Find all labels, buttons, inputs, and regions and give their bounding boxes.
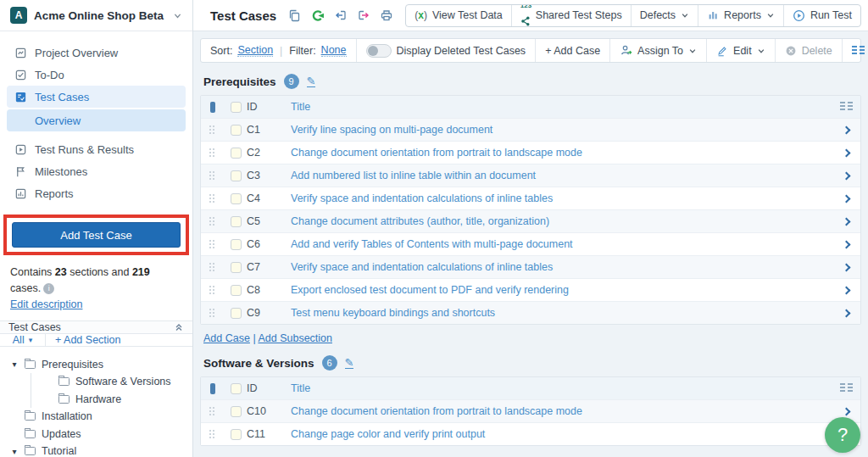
case-title-link[interactable]: Test menu keyboard bindings and shortcut… [291, 307, 832, 319]
collapse-icon[interactable] [174, 322, 184, 332]
defects-button[interactable]: Defects [631, 5, 698, 26]
row-checkbox[interactable] [231, 406, 242, 417]
drag-handle-icon[interactable] [209, 429, 216, 439]
table-row[interactable]: C4Verify space and indentation calculati… [201, 187, 860, 209]
tree-node[interactable]: Software & Versions [31, 373, 192, 391]
table-row[interactable]: C1Verify line spacing on multi-page docu… [201, 118, 860, 141]
drag-handle-icon[interactable] [209, 170, 216, 181]
project-switcher[interactable]: A Acme Online Shop Beta [0, 0, 192, 31]
table-row[interactable]: C5Change document attributes (author, ti… [201, 209, 860, 232]
chevron-right-icon[interactable] [842, 263, 850, 271]
chevron-right-icon[interactable] [842, 309, 850, 317]
table-row[interactable]: C11Change page color and verify print ou… [201, 422, 860, 445]
row-checkbox[interactable] [231, 170, 242, 181]
info-icon[interactable]: i [43, 283, 54, 294]
case-title-link[interactable]: Verify space and indentation calculation… [291, 261, 832, 273]
edit-section-icon[interactable]: ✎ [345, 357, 354, 370]
delete-button[interactable]: Delete [775, 39, 842, 62]
select-all-checkbox[interactable] [231, 383, 242, 394]
row-checkbox[interactable] [231, 193, 242, 204]
edit-section-icon[interactable]: ✎ [307, 75, 316, 88]
case-title-link[interactable]: Change document orientation from portrai… [291, 405, 832, 417]
sidebar-item-overview[interactable]: Overview [7, 109, 186, 131]
shared-test-steps-button[interactable]: 123Shared Test Steps [511, 5, 631, 26]
sidebar-item-to-do[interactable]: To-Do [7, 64, 186, 86]
chevron-right-icon[interactable] [842, 148, 850, 157]
row-checkbox[interactable] [231, 148, 242, 159]
import-refresh-icon[interactable] [310, 8, 325, 23]
tree-node[interactable]: Installation [10, 408, 192, 426]
drag-handle-icon[interactable] [209, 148, 216, 158]
drag-handle-icon[interactable] [209, 406, 216, 416]
case-title-link[interactable]: Verify line spacing on multi-page docume… [291, 124, 832, 136]
export-icon[interactable] [357, 8, 370, 22]
print-icon[interactable] [380, 8, 393, 22]
sidebar-item-milestones[interactable]: Milestones [7, 160, 186, 182]
table-row[interactable]: C2Change document orientation from portr… [201, 141, 860, 164]
row-checkbox[interactable] [231, 308, 242, 319]
case-title-link[interactable]: Export enclosed test document to PDF and… [291, 284, 832, 296]
row-checkbox[interactable] [231, 285, 242, 296]
chevron-right-icon[interactable] [842, 125, 850, 134]
drag-handle-icon[interactable] [209, 285, 216, 295]
add-subsection-link[interactable]: Add Subsection [258, 332, 332, 344]
drag-handle-icon[interactable] [209, 262, 216, 272]
drag-handle-icon[interactable] [209, 125, 216, 135]
table-row[interactable]: C7Verify space and indentation calculati… [201, 255, 860, 278]
reports-button[interactable]: Reports [698, 5, 783, 26]
tree-filter-all[interactable]: All ▾ [0, 334, 46, 346]
row-checkbox[interactable] [231, 262, 242, 273]
table-row[interactable]: C3Add numbered list to inline table with… [201, 164, 860, 187]
case-title-link[interactable]: Change page color and verify print outpu… [291, 428, 832, 440]
chevron-right-icon[interactable] [842, 286, 850, 294]
drag-handle-icon[interactable] [209, 239, 216, 249]
sidebar-item-project-overview[interactable]: Project Overview [7, 42, 186, 64]
caret-down-icon[interactable]: ▾ [10, 447, 19, 456]
add-case-link[interactable]: Add Case [203, 332, 250, 344]
sort-value-link[interactable]: Section [237, 44, 273, 57]
chevron-right-icon[interactable] [842, 217, 850, 226]
case-title-link[interactable]: Change document orientation from portrai… [291, 147, 832, 159]
chevron-right-icon[interactable] [842, 171, 850, 180]
table-row[interactable]: C6Add and verify Tables of Contents with… [201, 232, 860, 255]
view-test-data-button[interactable]: (x)View Test Data [406, 5, 511, 26]
help-button[interactable]: ? [825, 417, 860, 453]
filter-value-link[interactable]: None [321, 44, 347, 57]
drag-handle-icon[interactable] [209, 308, 216, 318]
add-case-button[interactable]: + Add Case [535, 39, 609, 62]
add-test-case-button[interactable]: Add Test Case [12, 222, 181, 248]
columns-button[interactable]: Columns [842, 39, 868, 62]
drag-handle-icon[interactable] [209, 216, 216, 226]
add-section-link[interactable]: + Add Section [46, 334, 131, 346]
tree-node[interactable]: ▾Tutorial [10, 443, 192, 457]
select-all-checkbox[interactable] [231, 102, 242, 113]
import-icon[interactable] [334, 8, 348, 22]
columns-icon[interactable] [840, 383, 853, 393]
row-checkbox[interactable] [231, 216, 242, 227]
assign-to-button[interactable]: Assign To [609, 39, 706, 62]
sidebar-item-reports[interactable]: Reports [7, 182, 186, 204]
sidebar-item-test-runs-results[interactable]: Test Runs & Results [7, 138, 186, 160]
copy-icon[interactable] [287, 8, 301, 22]
case-title-link[interactable]: Add numbered list to inline table within… [291, 170, 832, 181]
case-title-link[interactable]: Verify space and indentation calculation… [291, 192, 832, 204]
tree-node[interactable]: Hardware [31, 390, 192, 408]
case-title-link[interactable]: Change document attributes (author, titl… [291, 215, 832, 227]
edit-button[interactable]: Edit [706, 39, 775, 62]
chevron-right-icon[interactable] [842, 407, 850, 415]
case-title-link[interactable]: Add and verify Tables of Contents with m… [291, 238, 832, 250]
display-deleted-toggle[interactable] [366, 44, 392, 58]
caret-down-icon[interactable]: ▾ [10, 359, 19, 369]
chevron-right-icon[interactable] [842, 240, 850, 248]
run-test-button[interactable]: Run Test [783, 5, 860, 26]
chevron-right-icon[interactable] [842, 194, 850, 203]
row-checkbox[interactable] [231, 239, 242, 250]
edit-description-link[interactable]: Edit description [10, 298, 82, 310]
table-row[interactable]: C10Change document orientation from port… [201, 399, 860, 422]
tree-node[interactable]: Updates [10, 425, 192, 443]
row-checkbox[interactable] [231, 125, 242, 136]
table-row[interactable]: C9Test menu keyboard bindings and shortc… [201, 301, 860, 324]
sidebar-item-test-cases[interactable]: Test Cases [7, 86, 186, 108]
tree-node[interactable]: ▾Prerequisites [10, 355, 192, 373]
columns-icon[interactable] [840, 102, 853, 112]
